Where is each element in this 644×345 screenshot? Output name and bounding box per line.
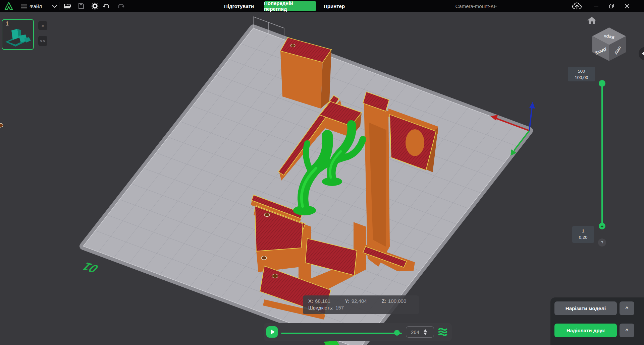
- action-panel: Нарізати моделі ^ Надіслати друк ^: [550, 297, 644, 345]
- cloud-upload-button[interactable]: [570, 0, 584, 12]
- home-view-button[interactable]: [587, 16, 596, 26]
- top-layer-height: 100,00: [568, 75, 595, 81]
- layer-seek-handle[interactable]: [394, 330, 400, 336]
- cloud-upload-icon: [572, 2, 582, 10]
- tab-prepare[interactable]: Підготувати: [224, 0, 254, 12]
- open-file-button[interactable]: [63, 0, 72, 12]
- speed-label: Швидкість:: [308, 305, 333, 310]
- redo-button[interactable]: [116, 0, 126, 12]
- top-bar: Файл: [0, 0, 644, 12]
- window-title: Camera-mount-KE: [446, 0, 506, 12]
- slice-models-button[interactable]: Нарізати моделі: [554, 301, 617, 315]
- x-label: X:: [308, 298, 313, 304]
- file-menu-label: Файл: [30, 3, 42, 9]
- layer-seek-track[interactable]: [281, 333, 402, 334]
- slice-options-button[interactable]: ^: [620, 301, 634, 315]
- expand-chevrons-icon: »: [42, 23, 44, 28]
- restore-icon: [609, 4, 614, 8]
- folder-open-icon: [64, 3, 71, 9]
- bottom-layer-number: 1: [572, 228, 594, 234]
- print-options-button[interactable]: ^: [620, 324, 634, 337]
- expand-plate-list-button[interactable]: »: [38, 21, 47, 30]
- help-button[interactable]: ?: [598, 238, 606, 247]
- gcode-status-overlay: X:68,181 Y:92,404 Z:100,000 Швидкість: 1…: [303, 295, 419, 314]
- window-close-button[interactable]: [621, 0, 633, 12]
- home-icon: [587, 16, 596, 24]
- play-icon: [271, 329, 275, 335]
- toolbar-divider: [59, 2, 59, 10]
- undo-arrow-icon: [103, 3, 110, 9]
- y-label: Y:: [345, 298, 349, 304]
- logo-triangle-icon: [4, 2, 13, 10]
- plate-thumbnail-model: [3, 25, 33, 49]
- settings-button[interactable]: [90, 0, 100, 12]
- layer-slider-bottom-handle[interactable]: +: [599, 223, 605, 229]
- purge-line: [324, 341, 339, 345]
- layer-number-input[interactable]: [406, 329, 423, 335]
- redo-arrow-icon: [117, 3, 125, 9]
- tab-printer[interactable]: Принтер: [324, 0, 345, 12]
- x-value: 68,181: [315, 298, 330, 304]
- bottom-layer-height: 0,20: [572, 234, 594, 241]
- speed-value: 157: [335, 305, 344, 310]
- file-menu[interactable]: Файл: [21, 0, 57, 12]
- layer-number-input-box: [406, 326, 434, 338]
- y-value: 92,404: [352, 298, 367, 304]
- window-restore-button[interactable]: [605, 0, 618, 12]
- viewport-3d[interactable]: 01: [0, 12, 644, 345]
- gear-icon: [91, 2, 99, 10]
- z-label: Z:: [382, 298, 386, 304]
- app-logo: [4, 0, 13, 12]
- top-layer-number: 500: [568, 68, 595, 75]
- playback-bar: [264, 323, 452, 341]
- undo-button[interactable]: [101, 0, 111, 12]
- layer-slider-track[interactable]: [601, 83, 603, 226]
- close-icon: [625, 4, 629, 8]
- plate-number-label: 01: [80, 260, 101, 275]
- plate-thumbnail-selected[interactable]: 1: [2, 19, 34, 50]
- layer-slider-top-handle[interactable]: [599, 80, 605, 87]
- layers-icon: [439, 329, 446, 335]
- chevron-down-icon: [52, 5, 57, 8]
- layers-view-button[interactable]: [438, 327, 447, 337]
- hamburger-icon: [21, 4, 27, 8]
- window-minimize-button[interactable]: [590, 0, 602, 12]
- scene-3d[interactable]: 01: [0, 12, 644, 345]
- chevron-left-icon: [642, 51, 644, 56]
- layer-slider-bottom-label: 1 0,20: [572, 226, 594, 243]
- spinner-down-icon[interactable]: [424, 333, 427, 335]
- z-value: 100,000: [388, 298, 406, 304]
- expand-panel-button[interactable]: >>: [38, 36, 47, 46]
- plus-icon: +: [601, 224, 604, 229]
- send-print-button[interactable]: Надіслати друк: [554, 324, 617, 337]
- question-mark-icon: ?: [601, 240, 603, 245]
- expand-chevrons-large-icon: >>: [40, 39, 46, 44]
- tab-preview-active[interactable]: Попередній перегляд: [264, 1, 316, 11]
- layer-slider-top-label: 500 100,00: [568, 67, 595, 81]
- save-button[interactable]: [76, 0, 86, 12]
- view-cube[interactable]: Верх Ззаду Ліво: [590, 27, 629, 62]
- minimize-icon: [594, 6, 598, 7]
- play-button[interactable]: [266, 326, 278, 338]
- save-floppy-icon: [78, 3, 84, 9]
- spinner-up-icon[interactable]: [424, 329, 427, 332]
